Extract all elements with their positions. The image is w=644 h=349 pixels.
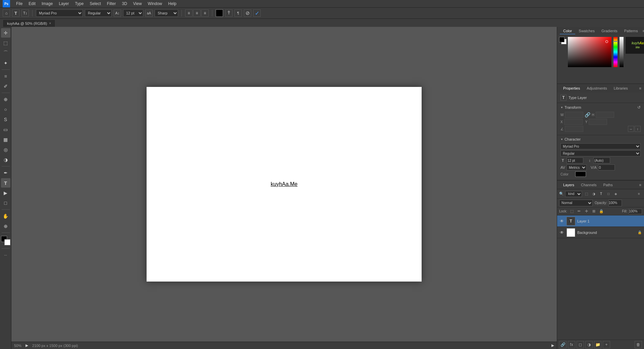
blur-tool[interactable]: ◎ (1, 145, 10, 154)
libraries-tab[interactable]: Libraries (610, 85, 631, 92)
fill-input[interactable] (629, 209, 642, 214)
clone-tool[interactable]: S (1, 115, 10, 124)
type-tool[interactable]: T (1, 178, 10, 188)
y-input[interactable] (589, 119, 607, 125)
text-color-swatch[interactable] (216, 9, 223, 17)
menu-filter[interactable]: Filter (104, 1, 119, 7)
filter-type-btn[interactable]: T (598, 191, 604, 197)
status-arrow[interactable]: ▶ (25, 343, 28, 348)
new-layer-btn[interactable]: + (603, 341, 610, 348)
path-selection-tool[interactable]: ▶ (1, 188, 10, 198)
layers-tab[interactable]: Layers (560, 182, 578, 188)
width-input[interactable] (565, 112, 583, 118)
properties-tab[interactable]: Properties (560, 85, 583, 92)
menu-layer[interactable]: Layer (56, 1, 71, 7)
char-leading-input[interactable] (593, 157, 610, 163)
patterns-tab[interactable]: Patterns (621, 28, 641, 34)
menu-edit[interactable]: Edit (26, 1, 38, 7)
adjustments-tab[interactable]: Adjustments (583, 85, 610, 92)
brush-tool[interactable]: ○ (1, 105, 10, 114)
color-tab[interactable]: Color (560, 28, 575, 34)
opacity-input[interactable] (608, 200, 622, 206)
lock-artboard-btn[interactable]: ⊞ (591, 209, 597, 214)
canvas-container[interactable]: kuyhAa.Me (11, 27, 557, 342)
flip-h-btn[interactable]: ↔ (628, 126, 634, 132)
menu-file[interactable]: File (13, 1, 25, 7)
swatches-tab[interactable]: Swatches (575, 28, 598, 34)
antialias-select[interactable]: Sharp (155, 9, 178, 17)
height-input[interactable] (596, 112, 614, 118)
lock-all-btn[interactable]: 🔒 (599, 209, 604, 214)
char-font-family[interactable]: Myriad Pro (560, 143, 641, 149)
document-tab[interactable]: kuyhAa @ 50% (RGB/8) × (3, 19, 55, 27)
active-color-swatch[interactable] (559, 37, 565, 43)
lock-image-btn[interactable]: ✏ (577, 209, 582, 214)
add-style-btn[interactable]: fx (568, 341, 575, 348)
layer-item[interactable]: 👁 T Layer 1 (557, 215, 644, 227)
eyedropper-tool[interactable]: ✐ (1, 82, 10, 91)
status-arrow2[interactable]: ▶ (551, 343, 554, 348)
color-panel-collapse[interactable]: ≡ (643, 29, 644, 33)
flip-v-btn[interactable]: ↕ (635, 126, 641, 132)
char-kerning-select[interactable]: Metrics (567, 164, 587, 170)
menu-3d[interactable]: 3D (119, 1, 129, 7)
blend-mode-select[interactable]: Normal (559, 200, 593, 206)
home-btn[interactable]: ⌂ (3, 9, 10, 17)
char-font-style[interactable]: Regular (560, 150, 641, 156)
marquee-tool[interactable]: ⬚ (1, 38, 10, 48)
lasso-tool[interactable]: ⌒ (1, 48, 10, 58)
new-fill-btn[interactable]: ◑ (585, 341, 593, 348)
layer-visibility-bg[interactable]: 👁 (559, 230, 565, 235)
commit-btn[interactable]: ✓ (253, 9, 261, 17)
add-mask-btn[interactable]: ◻ (577, 341, 584, 348)
menu-view[interactable]: View (130, 1, 145, 7)
font-size-select[interactable]: 12 pt (123, 9, 143, 17)
align-right-btn[interactable]: ≡ (201, 9, 209, 17)
character-panel-btn[interactable]: ¶ (234, 9, 242, 17)
new-group-btn[interactable]: 📁 (594, 341, 601, 348)
layers-options-icon[interactable]: ≡ (636, 191, 642, 197)
layer-item-bg[interactable]: 👁 Background 🔒 (557, 227, 644, 238)
opacity-slider[interactable] (620, 37, 624, 67)
tab-close-btn[interactable]: × (49, 21, 51, 25)
link-wh-icon[interactable]: 🔗 (585, 112, 590, 117)
kind-filter[interactable]: kind (565, 191, 582, 197)
paths-tab[interactable]: Paths (600, 182, 616, 188)
filter-shape-btn[interactable]: □ (605, 191, 611, 197)
eraser-tool[interactable]: ▭ (1, 125, 10, 134)
filter-pixel-btn[interactable]: ⬚ (583, 191, 589, 197)
extras-btn[interactable]: ··· (1, 250, 10, 260)
hand-tool[interactable]: ✋ (1, 211, 10, 221)
menu-type[interactable]: Type (72, 1, 86, 7)
healing-tool[interactable]: ⊕ (1, 95, 10, 104)
char-tracking-input[interactable] (598, 164, 615, 170)
layer-visibility-1[interactable]: 👁 (559, 218, 565, 224)
background-color[interactable] (4, 239, 10, 245)
lock-transparent-btn[interactable]: ⬚ (569, 209, 575, 214)
x-input[interactable] (564, 119, 583, 125)
dodge-tool[interactable]: ◑ (1, 155, 10, 164)
magic-wand-tool[interactable]: ✦ (1, 58, 10, 68)
menu-help[interactable]: Help (165, 1, 179, 7)
menu-select[interactable]: Select (87, 1, 103, 7)
link-layers-btn[interactable]: 🔗 (559, 341, 567, 348)
channels-tab[interactable]: Channels (578, 182, 600, 188)
hue-slider[interactable] (613, 37, 618, 67)
char-color-swatch[interactable] (575, 171, 586, 177)
pen-tool[interactable]: ✒ (1, 168, 10, 178)
transform-title[interactable]: ▼ Transform ↺ (560, 105, 641, 110)
font-style-select[interactable]: Regular (85, 9, 112, 17)
type-options-btn[interactable]: T↕ (21, 9, 29, 17)
rectangle-tool[interactable]: □ (1, 198, 10, 208)
delete-layer-btn[interactable]: 🗑 (635, 341, 642, 348)
color-spectrum[interactable] (568, 37, 611, 67)
cancel-edit-btn[interactable]: ⊘ (244, 9, 251, 17)
layers-panel-collapse[interactable]: ≡ (639, 183, 641, 187)
character-title[interactable]: ▼ Character (560, 137, 641, 141)
lock-position-btn[interactable]: ✛ (584, 209, 589, 214)
move-tool[interactable]: ✛ (1, 28, 10, 38)
type-tool-btn[interactable]: T (12, 9, 19, 17)
menu-window[interactable]: Window (145, 1, 165, 7)
gradients-tab[interactable]: Gradients (598, 28, 621, 34)
align-center-btn[interactable]: ≡ (193, 9, 201, 17)
